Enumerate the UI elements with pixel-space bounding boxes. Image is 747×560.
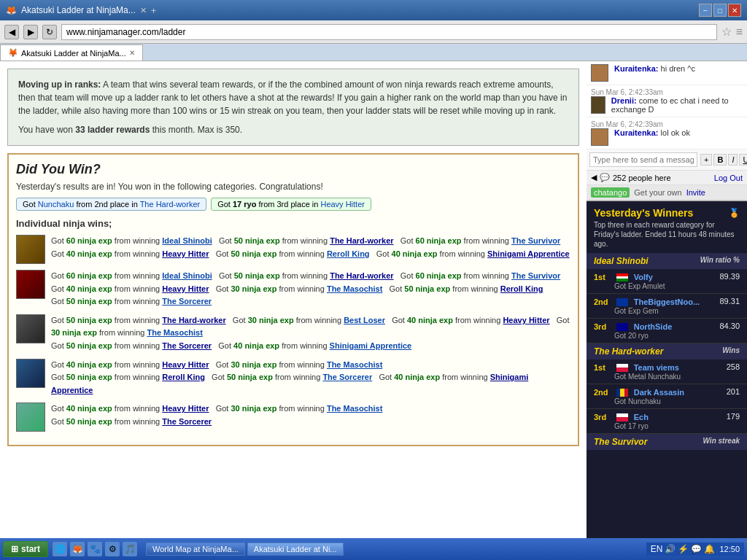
hard-worker-link[interactable]: The Hard-worker [162, 316, 225, 324]
hard-worker-link[interactable]: The Hard-worker [140, 200, 201, 209]
minimize-button[interactable]: − [699, 4, 712, 17]
people-count: ◀ 💬 252 people here [591, 173, 671, 182]
reroll-king-link[interactable]: Reroll King [162, 373, 205, 381]
heavy-hitter-link[interactable]: Heavy Hitter [320, 200, 365, 209]
close-button[interactable]: ✕ [728, 4, 741, 17]
category-name: Ideal Shinobi [594, 256, 649, 266]
heavy-hitter-link[interactable]: Heavy Hitter [503, 316, 549, 324]
heavy-hitter-link[interactable]: Heavy Hitter [162, 360, 209, 369]
people-count-text: 252 people here [613, 174, 671, 182]
ideal-shinobi-link[interactable]: Ideal Shinobi [162, 236, 212, 245]
masochist-link[interactable]: The Masochist [327, 284, 382, 293]
winner-name[interactable]: TheBiggestNoo... [634, 298, 700, 306]
collapse-icon[interactable]: ◀ [591, 173, 597, 182]
menu-icon[interactable]: ≡ [736, 26, 743, 39]
hard-worker-link[interactable]: The Hard-worker [330, 236, 393, 245]
winner-row: 3rd Ech 179 Got 17 ryo [587, 409, 747, 434]
category-col-header: Win streak [703, 437, 740, 447]
exp-value: 50 ninja exp [66, 341, 112, 350]
exp-value: 60 ninja exp [416, 236, 462, 245]
ninja-row: Got 50 ninja exp from winning The Hard-w… [16, 314, 570, 353]
tab-close-icon[interactable]: ✕ [129, 49, 135, 57]
winner-name[interactable]: Dark Assasin [634, 388, 684, 397]
ninja-avatar-img [17, 402, 44, 432]
winner-row: 3rd NorthSide 84.30 Got 20 ryo [587, 319, 747, 343]
winner-rank: 2nd [594, 298, 614, 306]
main-area: Moving up in ranks: A team that wins sev… [0, 61, 587, 538]
chatango-logo: chatango [591, 187, 630, 198]
winner-reward: Got 20 ryo [594, 332, 740, 340]
winner-row: 2nd TheBiggestNoo... 89.31 Got Exp Gem [587, 294, 747, 319]
shinigami-link[interactable]: Shinigami Apprentice [51, 373, 528, 394]
congrats-text: Yesterday's results are in! You won in t… [16, 182, 570, 192]
chatango-bar: chatango Get your own Invite [587, 185, 747, 201]
exp-value: 40 ninja exp [233, 341, 279, 350]
back-button[interactable]: ◀ [4, 25, 19, 39]
exp-value: 40 ninja exp [66, 404, 112, 413]
winner-reward: Got Exp Gem [594, 307, 740, 315]
winner-row: 1st Team viems 258 Got Metal Nunchaku [587, 359, 747, 384]
rewards-count: 33 [75, 125, 85, 135]
chat-icon: 💬 [600, 173, 610, 182]
moving-up-label: Moving up in ranks: [18, 79, 101, 90]
logout-button[interactable]: Log Out [714, 174, 743, 182]
ladder-rewards-label: ladder rewards [85, 125, 150, 135]
shinigami-link[interactable]: Shinigami Apprentice [330, 341, 412, 350]
tab-akatsuki[interactable]: 🦊 Akatsuki Ladder at NinjaMa... ✕ [0, 44, 143, 61]
forward-button[interactable]: ▶ [23, 25, 38, 39]
ninja-exp-text: Got 60 ninja exp from winning Ideal Shin… [51, 270, 570, 308]
heavy-hitter-link[interactable]: Heavy Hitter [162, 404, 209, 413]
format-bold-button[interactable]: B [713, 154, 727, 166]
shinigami-link[interactable]: Shinigami Apprentice [487, 249, 570, 258]
survivor-link[interactable]: The Survivor [511, 271, 560, 280]
ideal-shinobi-link[interactable]: Ideal Shinobi [162, 271, 212, 280]
exp-value: 50 ninja exp [231, 249, 276, 258]
maximize-button[interactable]: □ [713, 4, 727, 17]
format-underline-button[interactable]: U [739, 154, 747, 166]
sorcerer-link[interactable]: The Sorcerer [162, 297, 212, 306]
winners-subtitle: Top three in each reward category for Fr… [587, 220, 747, 253]
avatar [16, 314, 45, 343]
new-tab-icon[interactable]: + [151, 5, 157, 16]
hard-worker-link[interactable]: The Hard-worker [330, 271, 393, 280]
reroll-king-link[interactable]: Reroll King [500, 284, 543, 293]
refresh-button[interactable]: ↻ [42, 25, 57, 39]
winner-reward: Got 17 ryo [594, 422, 740, 430]
info-text-body: A team that wins several team rewards, o… [18, 79, 567, 116]
avatar [591, 96, 605, 114]
sorcerer-link[interactable]: The Sorcerer [162, 341, 212, 350]
heavy-hitter-link[interactable]: Heavy Hitter [162, 249, 209, 258]
winner-name[interactable]: NorthSide [634, 322, 673, 331]
ninja-exp-text: Got 40 ninja exp from winning Heavy Hitt… [51, 359, 570, 397]
ninja-row: Got 60 ninja exp from winning Ideal Shin… [16, 235, 570, 264]
window-controls: − □ ✕ [699, 4, 741, 17]
ninja-row: Got 40 ninja exp from winning Heavy Hitt… [16, 359, 570, 397]
invite-link[interactable]: Invite [686, 188, 705, 197]
format-plus-button[interactable]: + [700, 154, 712, 166]
winner-name[interactable]: Ech [634, 413, 649, 421]
heavy-hitter-link[interactable]: Heavy Hitter [162, 284, 209, 293]
address-bar[interactable] [61, 24, 717, 40]
masochist-link[interactable]: The Masochist [327, 360, 382, 369]
winner-name[interactable]: Volfy [634, 273, 653, 281]
reroll-king-link[interactable]: Reroll King [327, 249, 370, 258]
close-tab-icon[interactable]: ✕ [140, 6, 147, 15]
masochist-link[interactable]: The Masochist [327, 404, 382, 413]
chat-input[interactable] [589, 152, 697, 167]
sorcerer-link[interactable]: The Sorcerer [322, 373, 372, 381]
exp-value: 40 ninja exp [394, 373, 440, 381]
nunchaku-link[interactable]: Nunchaku [38, 200, 74, 209]
winner-score: 258 [727, 362, 740, 371]
avatar [591, 64, 608, 82]
winner-name[interactable]: Team viems [634, 363, 679, 372]
sorcerer-link[interactable]: The Sorcerer [162, 417, 212, 426]
exp-value: 50 ninja exp [66, 297, 112, 306]
chat-username: Kuraitenka: [614, 128, 659, 137]
best-loser-link[interactable]: Best Loser [344, 316, 385, 324]
masochist-link[interactable]: The Masochist [147, 328, 202, 337]
ninja-avatar-img [17, 314, 44, 343]
format-italic-button[interactable]: I [728, 154, 738, 166]
avatar [16, 270, 45, 299]
bookmark-star-icon[interactable]: ☆ [721, 25, 732, 39]
survivor-link[interactable]: The Survivor [511, 236, 560, 245]
